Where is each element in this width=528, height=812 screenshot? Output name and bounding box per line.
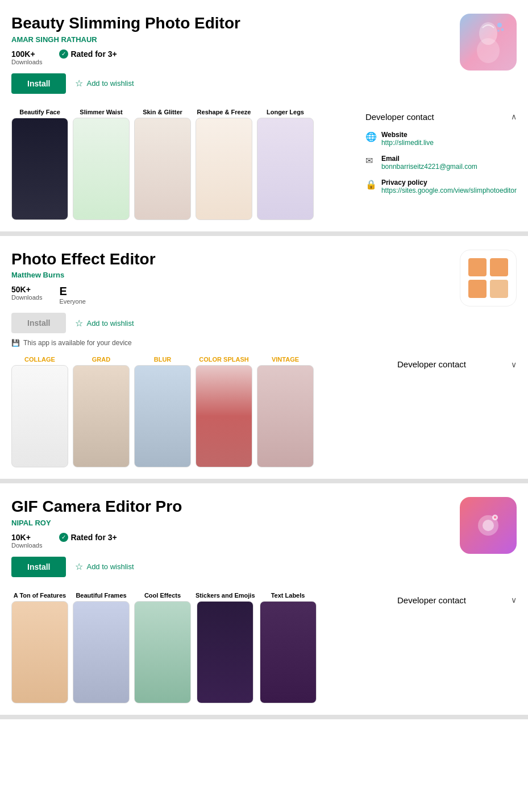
screenshot-item: Stickers and Emojis (196, 592, 255, 703)
screenshot-label: COLOR SPLASH (199, 356, 248, 363)
dev-contact-value[interactable]: https://sites.google.com/view/slimphotoe… (381, 187, 517, 194)
screenshot-item: A Ton of Features (11, 592, 68, 703)
dev-contact-title: Developer contact (397, 595, 466, 605)
app-title: GIF Camera Editor Pro (11, 497, 448, 516)
app-actions: Install ☆ Add to wishlist (11, 73, 448, 94)
dev-contact-header[interactable]: Developer contact ∨ (397, 356, 517, 372)
dev-contact-title: Developer contact (365, 112, 434, 122)
rating-badge: ✓ Rated for 3+ (59, 49, 117, 59)
screenshot-label: COLLAGE (24, 356, 55, 363)
dev-contact-privacy: 🔒 Privacy policy https://sites.google.co… (365, 179, 517, 194)
screenshots-and-contact: Beautify Face Slimmer Waist Skin & Glitt… (11, 109, 517, 220)
app-icon-gif-camera (460, 497, 517, 554)
wishlist-button[interactable]: ☆ Add to wishlist (75, 318, 134, 329)
dev-contact-info: Website http://slimedit.live (381, 131, 434, 147)
app-title-block: Beauty Slimming Photo Editor AMAR SINGH … (11, 14, 448, 100)
screenshot-label: Reshape & Freeze (197, 109, 251, 115)
dev-contact-value[interactable]: http://slimedit.live (381, 139, 434, 147)
screenshot-item: BLUR (134, 356, 191, 467)
email-icon: ✉ (365, 155, 376, 165)
screenshots-row: Beautify Face Slimmer Waist Skin & Glitt… (11, 109, 354, 220)
chevron-icon: ∧ (511, 112, 517, 121)
install-button: Install (11, 313, 66, 333)
screenshot-item: Reshape & Freeze (196, 109, 252, 220)
dev-contact-panel: Developer contact ∨ (397, 592, 517, 608)
screenshot-item: Cool Effects (134, 592, 191, 703)
screenshot-image (73, 601, 130, 703)
wishlist-button[interactable]: ☆ Add to wishlist (75, 561, 134, 572)
app-header: Beauty Slimming Photo Editor AMAR SINGH … (11, 14, 517, 100)
app-stats: 100K+ Downloads ✓ Rated for 3+ (11, 49, 448, 65)
app-developer[interactable]: Matthew Burns (11, 271, 448, 279)
svg-point-6 (483, 520, 494, 531)
downloads-block: 10K+ Downloads (11, 533, 42, 549)
app-section-beauty-slimming: Beauty Slimming Photo Editor AMAR SINGH … (0, 0, 528, 236)
wishlist-label: Add to wishlist (86, 562, 134, 571)
screenshot-label: Beautiful Frames (76, 592, 126, 599)
downloads-value: 10K+ (11, 533, 42, 542)
screenshot-item: COLLAGE (11, 356, 68, 467)
app-developer[interactable]: AMAR SINGH RATHAUR (11, 35, 448, 44)
rating-block: ✓ Rated for 3+ (59, 533, 117, 549)
app-developer[interactable]: NIPAL ROY (11, 519, 448, 527)
install-button[interactable]: Install (11, 557, 66, 577)
screenshot-label: Text Labels (271, 592, 305, 599)
dev-contact-panel: Developer contact ∨ (397, 356, 517, 372)
screenshot-item: GRAD (73, 356, 130, 467)
screenshot-label: GRAD (92, 356, 110, 363)
app-title-block: GIF Camera Editor Pro NIPAL ROY 10K+ Dow… (11, 497, 448, 583)
rating-badge: ✓ Rated for 3+ (59, 533, 117, 542)
downloads-value: 100K+ (11, 49, 42, 59)
rating-value: Rated for 3+ (70, 533, 117, 542)
downloads-label: Downloads (11, 542, 42, 549)
app-header: GIF Camera Editor Pro NIPAL ROY 10K+ Dow… (11, 497, 517, 583)
screenshot-label: Cool Effects (144, 592, 181, 599)
screenshot-image (197, 601, 253, 703)
app-actions: Install ☆ Add to wishlist (11, 557, 448, 577)
rating-block: E Everyone (59, 285, 85, 305)
downloads-label: Downloads (11, 59, 42, 65)
screenshot-label: Stickers and Emojis (196, 592, 255, 599)
screenshot-image (257, 365, 314, 467)
app-section-photo-effect: Photo Effect Editor Matthew Burns 50K+ D… (0, 236, 528, 484)
screenshot-image (134, 118, 191, 220)
screenshot-item: COLOR SPLASH (196, 356, 252, 467)
rating-icon: E (59, 285, 66, 298)
screenshot-item: Beautify Face (11, 109, 68, 220)
screenshot-image (134, 365, 191, 467)
screenshot-image (257, 118, 314, 220)
wishlist-label: Add to wishlist (86, 79, 134, 88)
screenshot-item: Text Labels (260, 592, 317, 703)
dev-contact-title: Developer contact (397, 359, 466, 369)
dev-contact-info: Email bonnbarriseitz4221@gmail.com (381, 155, 477, 171)
install-button[interactable]: Install (11, 73, 66, 94)
app-section-gif-camera: GIF Camera Editor Pro NIPAL ROY 10K+ Dow… (0, 483, 528, 719)
screenshots-row: COLLAGE GRAD BLUR COLOR SPLASH VINTAGE (11, 356, 386, 467)
downloads-block: 100K+ Downloads (11, 49, 42, 65)
wishlist-button[interactable]: ☆ Add to wishlist (75, 78, 134, 89)
wishlist-icon: ☆ (75, 561, 83, 572)
dev-contact-header[interactable]: Developer contact ∧ (365, 109, 517, 125)
dev-contact-header[interactable]: Developer contact ∨ (397, 592, 517, 608)
screenshot-item: Longer Legs (257, 109, 314, 220)
downloads-label: Downloads (11, 294, 42, 301)
screenshot-label: Longer Legs (267, 109, 304, 115)
dev-contact-panel: Developer contact ∧ 🌐 Website http://sli… (365, 109, 517, 194)
screenshot-label: Skin & Glitter (143, 109, 182, 115)
screenshot-image (196, 365, 252, 467)
screenshot-label: Beautify Face (19, 109, 60, 115)
dev-contact-items: 🌐 Website http://slimedit.live ✉ Email b… (365, 131, 517, 194)
app-icon-photo-effect (460, 250, 517, 306)
app-stats: 50K+ Downloads E Everyone (11, 285, 448, 305)
screenshot-image (73, 365, 130, 467)
rating-label: Everyone (59, 298, 85, 305)
dev-contact-label: Website (381, 131, 434, 139)
screenshot-image (196, 118, 252, 220)
screenshot-label: A Ton of Features (14, 592, 66, 599)
app-stats: 10K+ Downloads ✓ Rated for 3+ (11, 533, 448, 549)
chevron-icon: ∨ (511, 360, 517, 369)
screenshots-and-contact: COLLAGE GRAD BLUR COLOR SPLASH VINTAGE D… (11, 356, 517, 467)
screenshot-item: Skin & Glitter (134, 109, 191, 220)
rating-value: Rated for 3+ (70, 49, 117, 59)
dev-contact-value[interactable]: bonnbarriseitz4221@gmail.com (381, 163, 477, 171)
